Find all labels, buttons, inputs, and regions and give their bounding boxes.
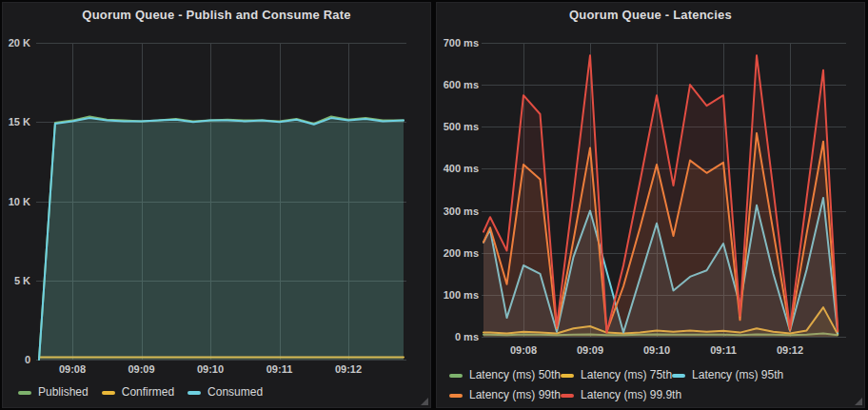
legend-label: Latency (ms) 95th [692,365,783,385]
legend-item-latency-ms-95th[interactable]: Latency (ms) 95th [672,365,783,385]
y-tick-label: 0 ms [455,331,479,342]
panel-publish-consume-rate: Quorum Queue - Publish and Consume Rate … [2,2,431,408]
legend-swatch [561,374,574,378]
y-tick-label: 5 K [14,275,30,286]
y-tick-label: 200 ms [444,247,479,259]
legend: PublishedConfirmedConsumed [18,382,418,402]
legend-item-latency-ms-75th[interactable]: Latency (ms) 75th [561,365,672,385]
legend-item-latency-ms-50th[interactable]: Latency (ms) 50th [449,365,561,385]
x-tick-label: 09:08 [510,344,537,356]
latency-chart-canvas[interactable]: 0 ms100 ms200 ms300 ms400 ms500 ms600 ms… [437,3,864,407]
x-tick-label: 09:10 [197,363,224,375]
y-tick-label: 300 ms [444,205,479,217]
x-tick-label: 09:12 [335,363,362,375]
legend-swatch [18,391,31,395]
legend-label: Latency (ms) 75th [581,365,672,385]
x-tick-label: 09:11 [266,363,293,375]
legend-swatch [449,374,463,378]
legend: Latency (ms) 50thLatency (ms) 75thLatenc… [449,365,858,405]
legend-label: Published [38,382,89,402]
y-tick-label: 400 ms [444,163,479,174]
x-tick-label: 09:09 [577,344,603,356]
x-tick-label: 09:08 [59,363,86,375]
x-tick-label: 09:10 [643,344,670,356]
legend-item-latency-ms-99th[interactable]: Latency (ms) 99th [449,385,561,405]
legend-swatch [187,391,201,395]
panel-latencies: Quorum Queue - Latencies 0 ms100 ms200 m… [436,2,865,408]
x-tick-label: 09:09 [128,363,154,375]
y-tick-label: 100 ms [444,289,479,301]
legend-item-consumed[interactable]: Consumed [187,382,263,402]
resize-handle-icon[interactable] [421,398,428,405]
legend-swatch [449,394,463,398]
y-tick-label: 15 K [9,116,30,127]
x-tick-label: 09:12 [777,344,803,356]
resize-handle-icon[interactable] [855,398,862,405]
series-area [39,118,404,360]
y-tick-label: 700 ms [444,37,479,49]
series-group [483,55,838,337]
x-tick-label: 09:11 [710,344,737,356]
rate-chart-canvas[interactable]: 05 K10 K15 K20 K09:0809:0909:1009:1109:1… [3,3,430,407]
series-area [483,55,838,337]
legend-item-published[interactable]: Published [18,382,89,402]
y-tick-label: 600 ms [444,79,479,90]
legend-swatch [561,394,574,398]
dashboard: Quorum Queue - Publish and Consume Rate … [0,0,868,410]
y-tick-label: 10 K [9,196,30,207]
legend-label: Latency (ms) 50th [469,365,561,385]
legend-label: Consumed [207,382,263,402]
legend-item-confirmed[interactable]: Confirmed [102,382,174,402]
y-tick-label: 20 K [9,37,30,49]
y-tick-label: 500 ms [444,121,479,132]
y-tick-label: 0 [25,354,30,365]
legend-swatch [672,374,685,378]
series-group [39,116,404,360]
legend-swatch [102,391,115,395]
legend-label: Latency (ms) 99.9th [581,385,681,405]
legend-label: Confirmed [122,382,174,402]
legend-label: Latency (ms) 99th [469,385,561,405]
legend-item-latency-ms-99-9th[interactable]: Latency (ms) 99.9th [561,385,681,405]
